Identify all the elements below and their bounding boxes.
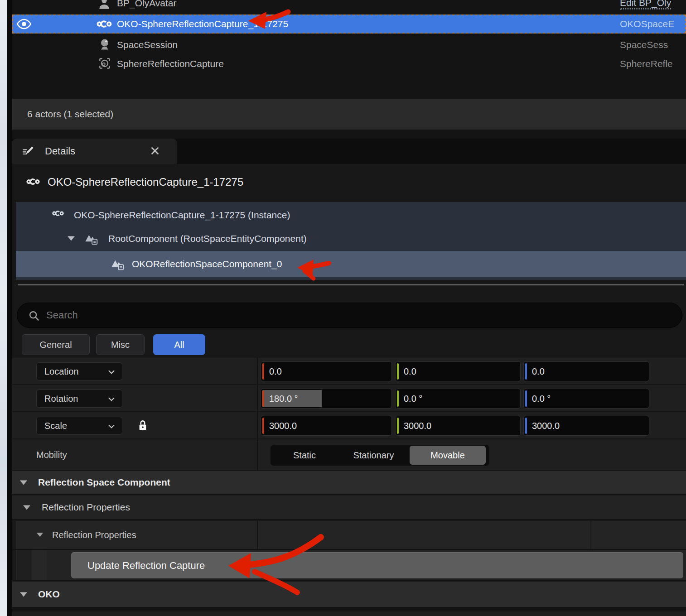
x-axis-accent [262, 363, 264, 380]
outliner-status-bar: 6 actors (1 selected) [12, 99, 686, 130]
mobility-row: Mobility Static Stationary Movable [12, 439, 686, 471]
location-x-value[interactable]: 0.0 [269, 366, 282, 377]
outliner-row-spherereflectioncapture[interactable]: SphereReflectionCapture SphereRefle [12, 54, 686, 73]
rotation-z-field[interactable]: 0.0 ° [523, 389, 649, 409]
scale-lock-icon[interactable] [136, 419, 150, 433]
section-title: Reflection Properties [42, 502, 130, 513]
mobility-option-movable[interactable]: Movable [410, 446, 486, 465]
rotation-dropdown-button[interactable]: Rotation [36, 390, 122, 408]
camera-session-icon [97, 37, 113, 53]
actor-type-label: SphereRefle [620, 58, 673, 69]
actor-label[interactable]: SphereReflectionCapture [117, 58, 224, 69]
outliner-row-spacesession[interactable]: SpaceSession SpaceSess [12, 35, 686, 54]
scale-z-value[interactable]: 3000.0 [532, 421, 560, 431]
section-title: OKO [38, 589, 60, 600]
rotation-x-field[interactable]: 180.0 ° [261, 389, 392, 409]
filter-label: All [174, 340, 184, 350]
location-y-field[interactable]: 0.0 [395, 361, 521, 381]
transform-row-rotation: Rotation 180.0 ° 0.0 ° 0.0 ° [12, 385, 686, 412]
rotation-y-value[interactable]: 0.0 ° [404, 394, 422, 404]
expander-triangle-icon [35, 529, 46, 540]
location-x-field[interactable]: 0.0 [261, 361, 392, 381]
scale-y-value[interactable]: 3000.0 [404, 421, 431, 431]
x-axis-accent [262, 418, 264, 434]
close-icon[interactable] [149, 145, 162, 158]
tree-row-okoreflectionspacecomponent[interactable]: OKOReflectionSpaceComponent_0 [16, 251, 686, 277]
visibility-eye-icon[interactable] [16, 17, 32, 31]
mobility-option-label: Stationary [353, 450, 394, 461]
location-z-field[interactable]: 0.0 [523, 361, 649, 381]
z-axis-accent [525, 390, 527, 407]
actor-type-label: OKOSpaceE [620, 19, 674, 29]
selected-actor-header: OKO-SphereReflectionCapture_1-17275 [12, 170, 686, 194]
mobility-segmented-control: Static Stationary Movable [271, 445, 489, 466]
y-axis-accent [397, 418, 399, 434]
expander-triangle-icon[interactable] [66, 233, 77, 245]
scene-component-icon [84, 231, 99, 246]
filter-button-general[interactable]: General [22, 334, 90, 355]
component-tree: OKO-SphereReflectionCapture_1-17275 (Ins… [16, 202, 686, 280]
panel-splitter-handle[interactable] [18, 284, 684, 285]
scale-y-field[interactable]: 3000.0 [395, 416, 521, 436]
bottom-row [12, 611, 686, 616]
section-title: Reflection Space Component [38, 477, 170, 488]
tree-item-label[interactable]: OKOReflectionSpaceComponent_0 [132, 259, 282, 270]
value-column-divider [590, 521, 591, 549]
actor-label[interactable]: OKO-SphereReflectionCapture_1-17275 [117, 19, 288, 29]
location-dropdown-button[interactable]: Location [36, 362, 122, 380]
tree-item-label[interactable]: RootComponent (RootSpaceEntityComponent) [108, 233, 307, 244]
filter-label: General [39, 340, 72, 350]
property-label: Reflection Properties [52, 530, 136, 540]
tab-details[interactable]: Details [12, 139, 177, 164]
filter-button-all[interactable]: All [153, 334, 205, 355]
edit-blueprint-link[interactable]: Edit BP_Oly [620, 0, 671, 10]
transform-row-scale: Scale 3000.0 3000.0 [12, 412, 686, 439]
tree-row-instance[interactable]: OKO-SphereReflectionCapture_1-17275 (Ins… [16, 204, 686, 226]
scale-x-field[interactable]: 3000.0 [261, 416, 392, 436]
filter-button-misc[interactable]: Misc [96, 334, 145, 355]
outliner-section: BP_OlyAvatar Edit BP_Oly OKO-SphereRefle… [12, 0, 686, 99]
scale-x-value[interactable]: 3000.0 [269, 421, 297, 431]
mobility-option-label: Movable [430, 450, 465, 461]
chevron-down-icon [106, 421, 116, 431]
transform-row-location: Location 0.0 0.0 0.0 [12, 358, 686, 385]
rotation-y-field[interactable]: 0.0 ° [395, 389, 521, 409]
scene-component-icon [110, 256, 126, 272]
panel-content: BP_OlyAvatar Edit BP_Oly OKO-SphereRefle… [12, 0, 686, 616]
rotation-z-value[interactable]: 0.0 ° [532, 394, 551, 404]
mobility-option-stationary[interactable]: Stationary [338, 445, 409, 466]
location-y-value[interactable]: 0.0 [404, 366, 416, 377]
outliner-row-bp-olyavatar[interactable]: BP_OlyAvatar Edit BP_Oly [12, 0, 686, 13]
instance-link-icon [24, 175, 44, 188]
location-z-value[interactable]: 0.0 [532, 366, 545, 377]
column-divider [257, 521, 258, 549]
update-reflection-capture-button[interactable]: Update Reflection Capture [71, 552, 683, 578]
mobility-label: Mobility [36, 450, 67, 460]
actor-label[interactable]: SpaceSession [117, 39, 178, 50]
outliner-row-oko-spherereflectioncapture[interactable]: OKO-SphereReflectionCapture_1-17275 OKOS… [12, 14, 686, 34]
section-header-oko[interactable]: OKO [12, 582, 686, 608]
indent-rail [12, 550, 16, 580]
tree-row-rootcomponent[interactable]: RootComponent (RootSpaceEntityComponent) [16, 227, 686, 250]
selected-actor-name: OKO-SphereReflectionCapture_1-17275 [48, 176, 243, 188]
filter-label: Misc [111, 340, 130, 350]
section-header-reflection-space-component[interactable]: Reflection Space Component [12, 471, 686, 495]
tree-item-label[interactable]: OKO-SphereReflectionCapture_1-17275 (Ins… [74, 210, 290, 221]
transform-row-label: Location [44, 366, 79, 377]
nested-row-reflection-properties[interactable]: Reflection Properties [12, 521, 686, 550]
z-axis-accent [525, 418, 527, 434]
indent-rail [12, 521, 16, 549]
details-panel: OKO-SphereReflectionCapture_1-17275 OKO-… [12, 164, 686, 616]
update-reflection-capture-row: Update Reflection Capture [12, 550, 686, 581]
scale-z-field[interactable]: 3000.0 [523, 416, 649, 436]
rotation-x-value[interactable]: 180.0 ° [269, 394, 298, 404]
search-input[interactable] [45, 305, 636, 326]
mobility-option-static[interactable]: Static [271, 445, 338, 466]
scale-dropdown-button[interactable]: Scale [36, 417, 122, 435]
actor-type-label: SpaceSess [620, 39, 668, 50]
indent-rail [17, 550, 31, 580]
actor-label[interactable]: BP_OlyAvatar [117, 0, 177, 9]
details-search-bar [17, 303, 682, 328]
section-header-reflection-properties[interactable]: Reflection Properties [12, 496, 686, 520]
instance-link-icon [50, 207, 66, 223]
